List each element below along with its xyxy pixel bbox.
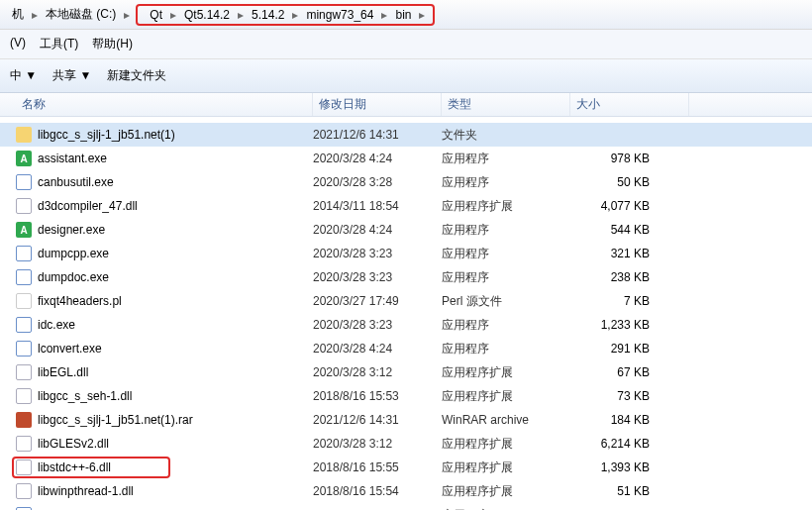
column-header-row: 名称 修改日期 类型 大小 [0, 93, 812, 117]
file-row[interactable]: licheck.exe2020/3/29 0:11应用程序342 KB [0, 503, 812, 510]
dll-icon [16, 459, 32, 475]
file-row[interactable]: dumpcpp.exe2020/3/28 3:23应用程序321 KB [0, 242, 812, 265]
file-row[interactable]: dumpdoc.exe2020/3/28 3:23应用程序238 KB [0, 265, 812, 289]
file-row[interactable]: d3dcompiler_47.dll2014/3/11 18:54应用程序扩展4… [0, 194, 812, 218]
file-type-cell: 应用程序扩展 [442, 388, 570, 405]
file-name-cell: fixqt4headers.pl [16, 293, 313, 309]
file-row[interactable]: libGLESv2.dll2020/3/28 3:12应用程序扩展6,214 K… [0, 432, 812, 456]
breadcrumb-segment[interactable]: bin [389, 8, 417, 22]
file-name-cell: libwinpthread-1.dll [16, 483, 313, 499]
file-row[interactable]: libstdc++-6.dll2018/8/16 15:55应用程序扩展1,39… [0, 456, 812, 479]
menu-help[interactable]: 帮助(H) [92, 36, 133, 52]
file-row[interactable]: Aassistant.exe2020/3/28 4:24应用程序978 KB [0, 147, 812, 170]
file-name-cell: libEGL.dll [16, 364, 313, 380]
file-name-cell: idc.exe [16, 317, 313, 333]
menu-bar: (V) 工具(T) 帮助(H) [0, 30, 812, 59]
file-date-cell: 2020/3/28 4:24 [313, 342, 442, 356]
file-date-cell: 2020/3/28 3:12 [313, 365, 442, 379]
menu-tools[interactable]: 工具(T) [40, 36, 78, 52]
file-row[interactable]: Adesigner.exe2020/3/28 4:24应用程序544 KB [0, 218, 812, 242]
file-date-cell: 2018/8/16 15:54 [313, 484, 442, 498]
file-name-label: libwinpthread-1.dll [38, 484, 134, 498]
file-name-label: fixqt4headers.pl [38, 294, 122, 308]
dll-icon [16, 436, 32, 452]
file-name-cell: canbusutil.exe [16, 174, 313, 190]
file-type-cell: 应用程序 [442, 246, 570, 262]
file-row[interactable]: libgcc_s_seh-1.dll2018/8/16 15:53应用程序扩展7… [0, 384, 812, 408]
file-type-cell: 应用程序扩展 [442, 364, 570, 381]
file-size-cell: 238 KB [570, 270, 689, 284]
file-name-label: dumpdoc.exe [38, 270, 109, 284]
pl-icon [16, 293, 32, 309]
file-row[interactable]: libEGL.dll2020/3/28 3:12应用程序扩展67 KB [0, 360, 812, 384]
file-name-cell: libgcc_s_sjlj-1_jb51.net(1).rar [16, 412, 313, 428]
file-row[interactable]: libgcc_s_sjlj-1_jb51.net(1).rar2021/12/6… [0, 408, 812, 432]
file-name-label: libgcc_s_sjlj-1_jb51.net(1).rar [38, 413, 193, 427]
file-name-label: assistant.exe [38, 152, 107, 165]
green-icon: A [16, 151, 32, 166]
green-icon: A [16, 222, 32, 238]
file-size-cell: 7 KB [570, 294, 689, 308]
breadcrumb-segment[interactable]: mingw73_64 [300, 8, 379, 22]
file-type-cell: WinRAR archive [442, 413, 570, 427]
file-row[interactable]: canbusutil.exe2020/3/28 3:28应用程序50 KB [0, 170, 812, 194]
file-name-cell: Adesigner.exe [16, 222, 313, 238]
file-size-cell: 51 KB [570, 484, 689, 498]
chevron-right-icon: ▸ [168, 8, 178, 22]
breadcrumb-segment[interactable]: 5.14.2 [246, 8, 290, 22]
share-button[interactable]: 共享 ▼ [52, 67, 91, 84]
file-name-cell: Aassistant.exe [16, 151, 313, 166]
file-row[interactable]: idc.exe2020/3/28 3:23应用程序1,233 KB [0, 313, 812, 337]
column-size[interactable]: 大小 [570, 93, 689, 116]
file-size-cell: 73 KB [570, 389, 689, 403]
file-date-cell: 2020/3/28 3:23 [313, 247, 442, 260]
breadcrumb-computer[interactable]: 机 [6, 6, 30, 23]
file-name-cell: libgcc_s_seh-1.dll [16, 388, 313, 404]
file-date-cell: 2018/8/16 15:55 [313, 460, 442, 474]
file-date-cell: 2020/3/28 4:24 [313, 152, 442, 165]
breadcrumb-disk[interactable]: 本地磁盘 (C:) [40, 6, 122, 23]
breadcrumb-segment[interactable]: Qt5.14.2 [178, 8, 236, 22]
organize-button[interactable]: 中 ▼ [10, 67, 37, 84]
file-date-cell: 2020/3/28 4:24 [313, 223, 442, 237]
file-row[interactable]: lconvert.exe2020/3/28 4:24应用程序291 KB [0, 337, 812, 360]
file-name-cell: d3dcompiler_47.dll [16, 198, 313, 214]
file-type-cell: 应用程序 [442, 341, 570, 357]
file-row[interactable]: libwinpthread-1.dll2018/8/16 15:54应用程序扩展… [0, 479, 812, 503]
dll-icon [16, 198, 32, 214]
dll-icon [16, 388, 32, 404]
file-type-cell: 应用程序 [442, 151, 570, 167]
breadcrumb-highlight: Qt▸Qt5.14.2▸5.14.2▸mingw73_64▸bin▸ [136, 4, 435, 26]
file-name-cell: libGLESv2.dll [16, 436, 313, 452]
file-name-label: lconvert.exe [38, 342, 102, 356]
file-size-cell: 6,214 KB [570, 437, 689, 451]
file-name-label: canbusutil.exe [38, 175, 114, 189]
file-size-cell: 184 KB [570, 413, 689, 427]
file-date-cell: 2014/3/11 18:54 [313, 199, 442, 213]
file-date-cell: 2020/3/28 3:12 [313, 437, 442, 451]
file-date-cell: 2020/3/28 3:28 [313, 175, 442, 189]
file-name-cell: libstdc++-6.dll [16, 459, 313, 475]
file-row[interactable]: fixqt4headers.pl2020/3/27 17:49Perl 源文件7… [0, 289, 812, 313]
file-size-cell: 978 KB [570, 152, 689, 165]
column-name[interactable]: 名称 [16, 93, 313, 116]
new-folder-button[interactable]: 新建文件夹 [107, 67, 166, 84]
file-name-cell: dumpcpp.exe [16, 246, 313, 261]
file-size-cell: 4,077 KB [570, 199, 689, 213]
file-type-cell: 应用程序扩展 [442, 198, 570, 215]
column-date[interactable]: 修改日期 [313, 93, 442, 116]
exe-icon [16, 341, 32, 357]
breadcrumb-segment[interactable]: Qt [144, 8, 168, 22]
file-name-label: designer.exe [38, 223, 105, 237]
chevron-right-icon: ▸ [236, 8, 246, 22]
chevron-right-icon: ▸ [290, 8, 300, 22]
file-size-cell: 1,393 KB [570, 460, 689, 474]
column-type[interactable]: 类型 [442, 93, 570, 116]
file-row[interactable]: libgcc_s_sjlj-1_jb51.net(1)2021/12/6 14:… [0, 123, 812, 147]
file-type-cell: 应用程序扩展 [442, 459, 570, 476]
menu-view[interactable]: (V) [10, 36, 26, 52]
file-date-cell: 2020/3/27 17:49 [313, 294, 442, 308]
file-name-label: libgcc_s_sjlj-1_jb51.net(1) [38, 128, 175, 142]
rar-icon [16, 412, 32, 428]
chevron-right-icon: ▸ [379, 8, 389, 22]
